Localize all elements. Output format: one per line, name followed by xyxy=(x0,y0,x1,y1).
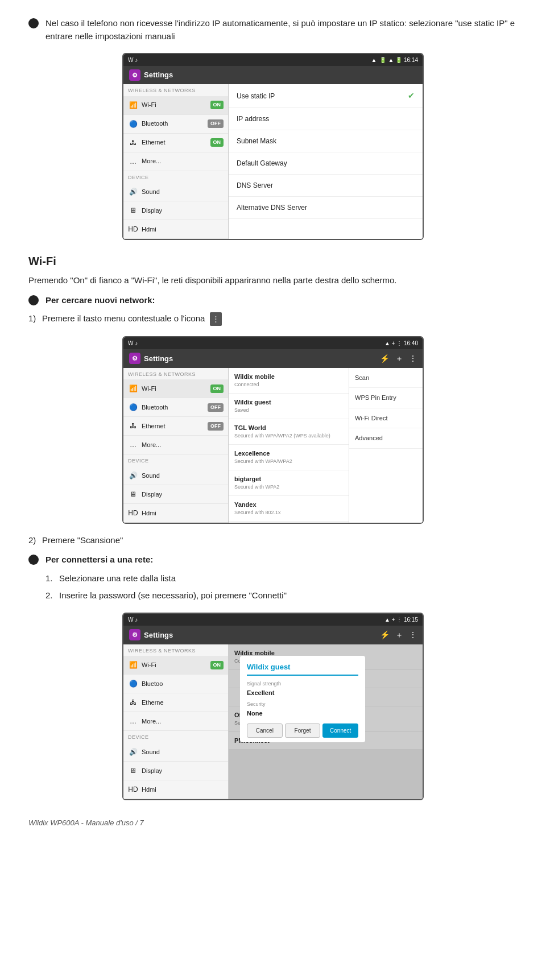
sidebar-display-1[interactable]: 🖥 Display xyxy=(123,201,228,220)
settings-body-1: WIRELESS & NETWORKS 📶 Wi-Fi ON 🔵 Bluetoo… xyxy=(123,84,423,239)
settings-sidebar-3: WIRELESS & NETWORKS 📶 Wi-Fi ON 🔵 Bluetoo… xyxy=(123,644,229,799)
statusbar-right-3: ▲ + ⋮ 16:15 xyxy=(384,615,418,624)
step-2-text: Premere "Scansione" xyxy=(42,534,123,547)
add-icon[interactable]: ＋ xyxy=(395,353,403,365)
statusbar-left-1: W ♪ xyxy=(128,56,138,64)
statusbar-right-1: ▲ 🔋 ▲ 🔋 16:14 xyxy=(371,56,418,64)
context-scan[interactable]: Scan xyxy=(349,368,423,388)
wifi-net-wildix-guest[interactable]: Wildix guest Saved xyxy=(229,394,349,419)
sidebar-more-1[interactable]: … More... xyxy=(123,152,228,171)
statusbar-left-text-3: W ♪ xyxy=(128,615,138,624)
alt-dns-server[interactable]: Alternative DNS Server xyxy=(229,197,423,219)
connect-button[interactable]: Connect xyxy=(322,723,358,738)
network-bullet-text: Per cercare nuovi network: xyxy=(46,294,518,307)
section-label-3: WIRELESS & NETWORKS xyxy=(123,644,228,656)
bullet-dot xyxy=(28,18,39,28)
statusbar-right-text-2: ▲ + ⋮ 16:40 xyxy=(384,339,418,348)
lightning-icon-3[interactable]: ⚡ xyxy=(380,629,390,641)
ethernet-toggle-2[interactable]: OFF xyxy=(208,422,224,431)
sidebar-display-2[interactable]: 🖥 Display xyxy=(123,485,228,504)
more-icon-sidebar: … xyxy=(128,156,138,167)
wifi-net-wildix-mobile[interactable]: Wildix mobile Connected xyxy=(229,368,349,394)
sidebar-more-2[interactable]: … More... xyxy=(123,436,228,454)
sidebar-sound-2[interactable]: 🔊 Sound xyxy=(123,466,228,485)
sidebar-ethernet-2[interactable]: 🖧 Ethernet OFF xyxy=(123,417,228,436)
sidebar-wifi-1[interactable]: 📶 Wi-Fi ON xyxy=(123,96,228,115)
bluetooth-icon-sidebar: 🔵 xyxy=(128,119,138,129)
sidebar-wifi-3[interactable]: 📶 Wi-Fi ON xyxy=(123,656,228,675)
wifi-toggle-3[interactable]: ON xyxy=(210,661,224,670)
context-wifi-direct[interactable]: Wi-Fi Direct xyxy=(349,408,423,429)
sidebar-ethernet-3[interactable]: 🖧 Etherne xyxy=(123,693,228,712)
settings-body-2: WIRELESS & NETWORKS 📶 Wi-Fi ON 🔵 Bluetoo… xyxy=(123,368,423,523)
ethernet-toggle-1[interactable]: ON xyxy=(210,138,224,147)
hdmi-icon-sidebar-2: HD xyxy=(128,508,138,518)
wifi-net-tgl[interactable]: TGL World Secured with WPA/WPA2 (WPS ava… xyxy=(229,419,349,445)
lightning-icon[interactable]: ⚡ xyxy=(380,353,390,365)
sound-icon-sidebar: 🔊 xyxy=(128,187,138,197)
sidebar-hdmi-2[interactable]: HD Hdmi xyxy=(123,504,228,523)
sound-label-1: Sound xyxy=(142,187,224,197)
use-static-ip-check: ✔ xyxy=(408,90,415,102)
bluetooth-label-3: Bluetoo xyxy=(142,679,224,689)
sidebar-hdmi-1[interactable]: HD Hdmi xyxy=(123,220,228,239)
more-vert-icon-3[interactable]: ⋮ xyxy=(409,629,417,641)
sound-icon-sidebar-3: 🔊 xyxy=(128,747,138,757)
screenshot-1: W ♪ ▲ 🔋 ▲ 🔋 16:14 ⚙ Settings WIRELESS & … xyxy=(122,53,424,240)
wifi-net-yandex[interactable]: Yandex Secured with 802.1x xyxy=(229,496,349,522)
dialog-title: Wildix guest xyxy=(247,661,358,676)
wifi-toggle-2[interactable]: ON xyxy=(210,384,224,394)
wifi-toggle-1[interactable]: ON xyxy=(210,101,224,110)
sidebar-hdmi-3[interactable]: HD Hdmi xyxy=(123,780,228,799)
settings-header-1: ⚙ Settings xyxy=(123,66,423,84)
subnet-mask[interactable]: Subnet Mask xyxy=(229,130,423,152)
forget-button[interactable]: Forget xyxy=(285,723,321,738)
bluetooth-label-1: Bluetooth xyxy=(142,119,204,129)
sidebar-bluetooth-1[interactable]: 🔵 Bluetooth OFF xyxy=(123,115,228,134)
wifi-net-lexcellence[interactable]: Lexcellence Secured with WPA/WPA2 xyxy=(229,445,349,470)
hdmi-icon-sidebar: HD xyxy=(128,224,138,234)
sidebar-wifi-2[interactable]: 📶 Wi-Fi ON xyxy=(123,379,228,398)
context-wps-pin[interactable]: WPS Pin Entry xyxy=(349,388,423,408)
sidebar-bluetooth-2[interactable]: 🔵 Bluetooth OFF xyxy=(123,398,228,417)
connect-step-2: 2. Inserire la password (se necessario),… xyxy=(46,589,518,602)
step-2-num: 2) xyxy=(28,534,42,547)
section-label-device-3: DEVICE xyxy=(123,731,228,743)
bluetooth-icon-sidebar-2: 🔵 xyxy=(128,402,138,412)
settings-title-3: ⚙ Settings xyxy=(129,629,173,640)
ip-address[interactable]: IP address xyxy=(229,108,423,130)
header-actions-3: ⚡ ＋ ⋮ xyxy=(380,629,417,641)
settings-label-2: Settings xyxy=(144,353,173,365)
sidebar-ethernet-1[interactable]: 🖧 Ethernet ON xyxy=(123,134,228,152)
more-vert-icon[interactable]: ⋮ xyxy=(409,353,417,365)
settings-sidebar-2: WIRELESS & NETWORKS 📶 Wi-Fi ON 🔵 Bluetoo… xyxy=(123,368,229,523)
sidebar-bluetooth-3[interactable]: 🔵 Bluetoo xyxy=(123,675,228,693)
bluetooth-toggle-1[interactable]: OFF xyxy=(208,119,224,129)
sidebar-display-3[interactable]: 🖥 Display xyxy=(123,762,228,780)
display-label-2: Display xyxy=(142,490,224,499)
use-static-ip[interactable]: Use static IP ✔ xyxy=(229,84,423,108)
wifi-net-bigtarget[interactable]: bigtarget Secured with WPA2 xyxy=(229,470,349,496)
sidebar-sound-1[interactable]: 🔊 Sound xyxy=(123,183,228,201)
settings-label-1: Settings xyxy=(144,69,173,81)
time-1: ▲ 🔋 16:14 xyxy=(388,56,418,64)
context-advanced[interactable]: Advanced xyxy=(349,428,423,449)
display-icon-sidebar-2: 🖥 xyxy=(128,489,138,499)
sidebar-more-3[interactable]: … More... xyxy=(123,712,228,731)
settings-header-2: ⚙ Settings ⚡ ＋ ⋮ xyxy=(123,349,423,368)
connect-bullet-dot xyxy=(28,555,39,565)
connection-dialog: Wildix guest Signal strength Excellent S… xyxy=(240,656,365,743)
dns-server[interactable]: DNS Server xyxy=(229,175,423,197)
wifi-section-header: Wi-Fi xyxy=(28,253,518,270)
network-bullet-title: Per cercare nuovi network: xyxy=(46,295,155,305)
network-bullet-dot xyxy=(28,295,39,305)
statusbar-right-text-3: ▲ + ⋮ 16:15 xyxy=(384,615,418,624)
wifi-icon-sidebar: 📶 xyxy=(128,100,138,110)
step-1-num: 1) xyxy=(28,312,42,325)
section-label-1: WIRELESS & NETWORKS xyxy=(123,84,228,96)
add-icon-3[interactable]: ＋ xyxy=(395,629,403,641)
default-gateway[interactable]: Default Gateway xyxy=(229,152,423,175)
cancel-button[interactable]: Cancel xyxy=(247,723,283,738)
sidebar-sound-3[interactable]: 🔊 Sound xyxy=(123,743,228,762)
bluetooth-toggle-2[interactable]: OFF xyxy=(208,403,224,412)
